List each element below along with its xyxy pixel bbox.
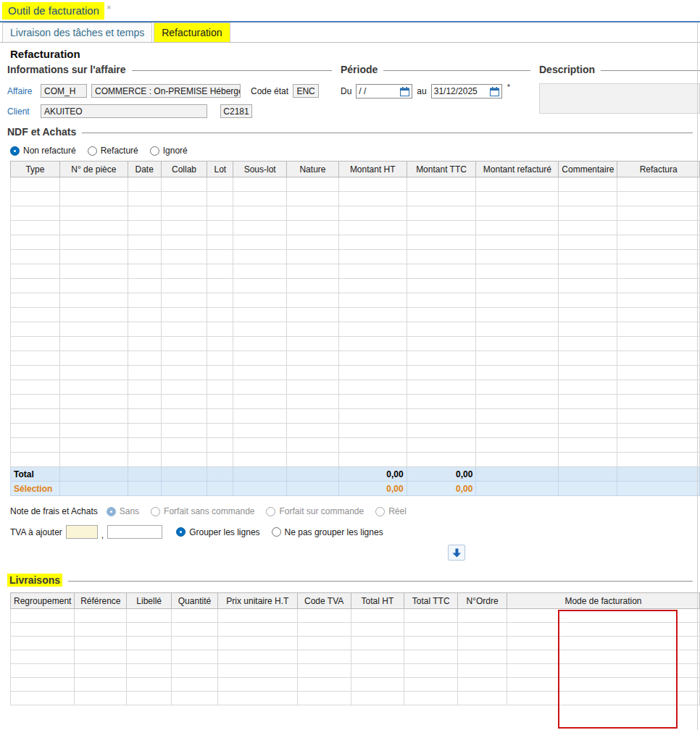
column-header-mode-de-facturation[interactable]: Mode de facturation xyxy=(507,593,699,609)
table-row[interactable] xyxy=(11,221,700,235)
tva-integer-input[interactable] xyxy=(66,525,98,539)
client-name-field[interactable]: AKUITEO xyxy=(41,104,207,118)
table-cell xyxy=(617,351,700,366)
radio-refacture[interactable]: Refacturé xyxy=(88,146,138,156)
column-header-code-tva[interactable]: Code TVA xyxy=(297,593,351,609)
column-header-collab[interactable]: Collab xyxy=(161,161,207,177)
radio-non-refacture[interactable]: Non refacturé xyxy=(10,146,76,156)
column-header-regroupement[interactable]: Regroupement xyxy=(11,593,75,609)
calendar-icon[interactable] xyxy=(400,87,409,96)
table-row[interactable] xyxy=(11,678,700,692)
table-cell xyxy=(507,609,699,623)
description-field[interactable] xyxy=(539,83,700,114)
table-row[interactable] xyxy=(11,395,700,409)
column-header-montant-refacture[interactable]: Montant refacturé xyxy=(476,161,559,177)
table-row[interactable] xyxy=(11,609,700,623)
table-row[interactable] xyxy=(11,308,700,322)
table-row[interactable] xyxy=(11,293,700,308)
radio-forfait-sur-commande[interactable]: Forfait sur commande xyxy=(266,506,364,516)
table-cell xyxy=(617,206,700,221)
tva-decimal-input[interactable] xyxy=(107,525,162,539)
table-cell xyxy=(338,351,407,366)
column-header-prix-unitaire-h-t[interactable]: Prix unitaire H.T xyxy=(217,593,297,609)
column-header-quantite[interactable]: Quantité xyxy=(172,593,218,609)
affaire-name-field[interactable]: COMMERCE : On-PREMISE Hébergé xyxy=(91,84,241,98)
radio-ignore[interactable]: Ignoré xyxy=(150,146,188,156)
column-header-type[interactable]: Type xyxy=(11,161,60,177)
date-du-field[interactable]: / / xyxy=(356,84,412,98)
column-header-lot[interactable]: Lot xyxy=(207,161,233,177)
table-cell xyxy=(207,337,233,351)
table-cell xyxy=(11,177,60,192)
column-header-total-ht[interactable]: Total HT xyxy=(351,593,404,609)
column-header-refactura[interactable]: Refactura xyxy=(617,161,700,177)
radio-ne-pas-grouper-les-lignes[interactable]: Ne pas grouper les lignes xyxy=(272,527,383,537)
table-cell xyxy=(338,409,407,424)
table-cell xyxy=(559,293,617,308)
column-header-montant-ttc[interactable]: Montant TTC xyxy=(407,161,476,177)
table-cell xyxy=(407,250,476,264)
client-code-field[interactable]: C2181 xyxy=(220,104,252,118)
table-row[interactable] xyxy=(11,177,700,192)
table-row[interactable] xyxy=(11,650,700,664)
radio-dot-refacture xyxy=(88,146,97,156)
table-cell xyxy=(11,664,75,678)
column-header-sous-lot[interactable]: Sous-lot xyxy=(233,161,287,177)
tab-livraison-des-taches-et-temps[interactable]: Livraison des tâches et temps xyxy=(2,22,152,42)
radio-label: Non refacturé xyxy=(23,146,76,156)
column-header-total-ttc[interactable]: Total TTC xyxy=(404,593,458,609)
table-row[interactable] xyxy=(11,380,700,395)
table-cell xyxy=(128,192,161,206)
column-header-n-ordre[interactable]: N°Ordre xyxy=(458,593,507,609)
table-row[interactable] xyxy=(11,322,700,337)
table-cell xyxy=(11,221,60,235)
table-row[interactable] xyxy=(11,453,700,467)
column-header-nature[interactable]: Nature xyxy=(287,161,339,177)
table-cell xyxy=(476,380,559,395)
selection-row-cell-3 xyxy=(161,482,207,496)
window-tab-outil-de-facturation[interactable]: Outil de facturation xyxy=(2,2,104,20)
radio-forfait-sans-commande[interactable]: Forfait sans commande xyxy=(151,506,254,516)
table-row[interactable] xyxy=(11,192,700,206)
table-row[interactable] xyxy=(11,264,700,279)
table-cell xyxy=(75,664,127,678)
table-cell xyxy=(127,623,172,637)
table-cell xyxy=(287,221,339,235)
tab-close-icon[interactable]: × xyxy=(107,0,111,12)
table-cell xyxy=(59,177,128,192)
affaire-row: Affaire COM_H COMMERCE : On-PREMISE Hébe… xyxy=(7,84,332,98)
transfer-down-button[interactable] xyxy=(448,545,465,561)
table-row[interactable] xyxy=(11,637,700,650)
table-row[interactable] xyxy=(11,438,700,453)
table-cell xyxy=(161,308,207,322)
column-header-reference[interactable]: Référence xyxy=(75,593,127,609)
affaire-code-field[interactable]: COM_H xyxy=(41,84,87,98)
column-header-date[interactable]: Date xyxy=(128,161,161,177)
table-row[interactable] xyxy=(11,424,700,438)
table-row[interactable] xyxy=(11,206,700,221)
column-header-libelle[interactable]: Libellé xyxy=(127,593,172,609)
radio-reel[interactable]: Réel xyxy=(375,506,407,516)
table-cell xyxy=(338,279,407,293)
table-row[interactable] xyxy=(11,366,700,380)
table-row[interactable] xyxy=(11,692,700,705)
table-row[interactable] xyxy=(11,623,700,637)
table-row[interactable] xyxy=(11,279,700,293)
code-etat-field[interactable]: ENC xyxy=(293,84,319,98)
table-row[interactable] xyxy=(11,235,700,250)
radio-grouper-les-lignes[interactable]: Grouper les lignes xyxy=(176,527,259,537)
table-row[interactable] xyxy=(11,337,700,351)
table-row[interactable] xyxy=(11,664,700,678)
table-cell xyxy=(407,221,476,235)
column-header-n-de-piece[interactable]: N° de pièce xyxy=(59,161,128,177)
table-row[interactable] xyxy=(11,250,700,264)
table-row[interactable] xyxy=(11,409,700,424)
date-au-field[interactable]: 31/12/2025 xyxy=(431,84,502,98)
table-row[interactable] xyxy=(11,351,700,366)
table-cell xyxy=(351,609,404,623)
tab-refacturation[interactable]: Refacturation xyxy=(154,22,230,42)
radio-sans[interactable]: Sans xyxy=(107,506,139,516)
column-header-montant-ht[interactable]: Montant HT xyxy=(338,161,407,177)
column-header-commentaire[interactable]: Commentaire xyxy=(559,161,617,177)
calendar-icon[interactable] xyxy=(490,87,499,96)
